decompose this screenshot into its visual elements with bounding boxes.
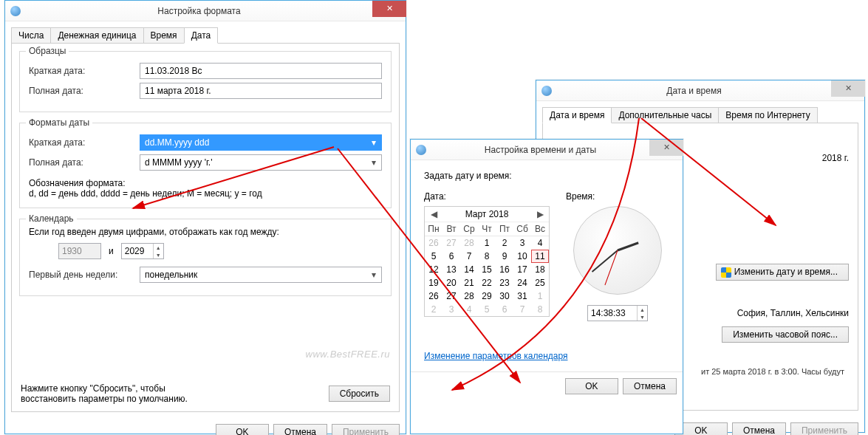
first-day-combo[interactable]: понедельник▾ — [140, 267, 382, 283]
next-month-icon[interactable]: ▶ — [536, 209, 544, 219]
calendar-day[interactable]: 7 — [513, 303, 531, 316]
calendar-day[interactable]: 15 — [478, 263, 496, 276]
samples-legend: Образцы — [26, 46, 69, 56]
calendar-day[interactable]: 30 — [496, 290, 513, 303]
titlebar[interactable]: Настройка времени и даты ✕ — [411, 140, 683, 160]
long-date-format-combo[interactable]: d MMMM yyyy 'г.'▾ — [140, 154, 382, 171]
close-icon[interactable]: ✕ — [831, 81, 865, 97]
calendar-day[interactable]: 24 — [513, 276, 531, 290]
time-label: Время: — [566, 191, 669, 202]
year-from-input: 1930 — [58, 243, 101, 259]
calendar-weekday-header: Вс — [531, 222, 549, 236]
tab-additional-clocks[interactable]: Дополнительные часы — [611, 107, 719, 123]
year-to-input[interactable]: 2029▲▼ — [121, 243, 164, 259]
datetime-icon — [415, 144, 427, 156]
short-date-sample: 11.03.2018 Вс — [140, 63, 382, 79]
format-notation-label: Обозначения формата: — [29, 178, 382, 188]
short-date-label: Краткая дата: — [29, 66, 140, 76]
watermark: www.BestFREE.ru — [306, 349, 390, 360]
calendar-day[interactable]: 28 — [460, 236, 478, 250]
reset-button[interactable]: Сбросить — [329, 386, 390, 402]
calendar-day[interactable]: 27 — [442, 290, 460, 303]
calendar-day[interactable]: 26 — [425, 290, 442, 303]
titlebar[interactable]: Дата и время ✕ — [536, 81, 864, 101]
cancel-button[interactable]: Отмена — [273, 424, 327, 435]
change-timezone-button[interactable]: Изменить часовой пояс... — [722, 326, 849, 343]
calendar-day[interactable]: 7 — [460, 250, 478, 263]
calendar-day[interactable]: 3 — [513, 236, 531, 250]
calendar-day[interactable]: 6 — [496, 303, 513, 316]
tab-numbers[interactable]: Числа — [11, 27, 51, 44]
calendar-day[interactable]: 18 — [531, 263, 549, 276]
tab-internet-time[interactable]: Время по Интернету — [718, 107, 817, 123]
window-title: Настройка времени и даты — [431, 145, 649, 155]
titlebar[interactable]: Настройка формата ✕ — [5, 1, 406, 21]
window-datetime-settings: Настройка времени и даты ✕ Задать дату и… — [410, 139, 683, 434]
apply-button[interactable]: Применить — [332, 424, 400, 435]
set-date-time-label: Задать дату и время: — [424, 171, 669, 181]
change-calendar-params-link[interactable]: Изменение параметров календаря — [424, 351, 568, 361]
ok-button[interactable]: OK — [565, 378, 618, 394]
calendar-day[interactable]: 27 — [442, 236, 460, 250]
calendar-day[interactable]: 4 — [531, 236, 549, 250]
calendar-day[interactable]: 1 — [478, 236, 496, 250]
window-title: Настройка формата — [26, 6, 372, 16]
and-label: и — [109, 246, 114, 256]
timezone-text: София, Таллин, Хельсинки — [737, 308, 849, 318]
reset-hint: Нажмите кнопку "Сбросить", чтобы восстан… — [21, 383, 220, 404]
cancel-button[interactable]: Отмена — [732, 422, 786, 435]
calendar-day[interactable]: 9 — [496, 250, 513, 263]
calendar[interactable]: ◀ Март 2018 ▶ ПнВтСрЧтПтСбВс262728123456… — [424, 206, 550, 317]
tab-time[interactable]: Время — [143, 27, 185, 44]
tab-date-time[interactable]: Дата и время — [542, 107, 612, 123]
tabs: Числа Денежная единица Время Дата — [5, 21, 406, 43]
short-date-format-combo[interactable]: dd.MM.yyyy ddd▾ — [140, 134, 382, 151]
format-notation-text: d, dd = день ddd, dddd = день недели; M … — [29, 188, 382, 199]
calendar-day[interactable]: 29 — [478, 290, 496, 303]
calendar-day[interactable]: 5 — [425, 250, 442, 263]
apply-button[interactable]: Применить — [790, 422, 858, 435]
calendar-day[interactable]: 17 — [513, 263, 531, 276]
formats-legend: Форматы даты — [26, 117, 92, 128]
calendar-day[interactable]: 2 — [425, 303, 442, 316]
calendar-day[interactable]: 19 — [425, 276, 442, 290]
calendar-day[interactable]: 8 — [478, 250, 496, 263]
calendar-day[interactable]: 23 — [496, 276, 513, 290]
close-icon[interactable]: ✕ — [649, 140, 683, 156]
calendar-day[interactable]: 14 — [460, 263, 478, 276]
calendar-day[interactable]: 13 — [442, 263, 460, 276]
calendar-day[interactable]: 5 — [478, 303, 496, 316]
formats-fieldset: Форматы даты Краткая дата: dd.MM.yyyy dd… — [19, 123, 392, 208]
date-label: Дата: — [424, 191, 550, 202]
prev-month-icon[interactable]: ◀ — [429, 209, 438, 219]
calendar-day[interactable]: 20 — [442, 276, 460, 290]
calendar-day[interactable]: 1 — [531, 290, 549, 303]
datetime-icon — [541, 85, 553, 97]
calendar-day[interactable]: 22 — [478, 276, 496, 290]
close-icon[interactable]: ✕ — [372, 1, 406, 17]
tab-date[interactable]: Дата — [184, 27, 219, 44]
calendar-day[interactable]: 4 — [460, 303, 478, 316]
calendar-day[interactable]: 2 — [496, 236, 513, 250]
calendar-day[interactable]: 8 — [531, 303, 549, 316]
calendar-day[interactable]: 11 — [531, 250, 549, 263]
time-input[interactable]: 14:38:33 ▲▼ — [587, 305, 648, 321]
calendar-day[interactable]: 25 — [531, 276, 549, 290]
calendar-day[interactable]: 28 — [460, 290, 478, 303]
change-date-time-button[interactable]: Изменить дату и время... — [716, 264, 849, 281]
calendar-day[interactable]: 6 — [442, 250, 460, 263]
tabs: Дата и время Дополнительные часы Время п… — [536, 101, 864, 123]
shield-icon — [721, 267, 731, 278]
analog-clock — [573, 206, 662, 295]
cancel-button[interactable]: Отмена — [623, 378, 677, 394]
calendar-day[interactable]: 10 — [513, 250, 531, 263]
calendar-day[interactable]: 21 — [460, 276, 478, 290]
calendar-day[interactable]: 16 — [496, 263, 513, 276]
calendar-day[interactable]: 3 — [442, 303, 460, 316]
dst-text: ит 25 марта 2018 г. в 3:00. Часы будут — [701, 367, 849, 376]
ok-button[interactable]: OK — [216, 424, 269, 435]
tab-currency[interactable]: Денежная единица — [50, 27, 143, 44]
calendar-day[interactable]: 12 — [425, 263, 442, 276]
calendar-day[interactable]: 26 — [425, 236, 442, 250]
calendar-day[interactable]: 31 — [513, 290, 531, 303]
